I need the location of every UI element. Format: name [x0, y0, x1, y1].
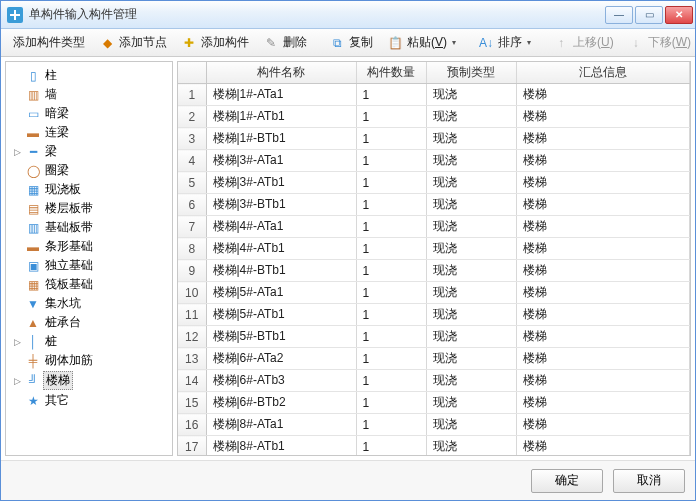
expander-icon[interactable]	[12, 260, 23, 271]
tree-item[interactable]: ★其它	[6, 391, 172, 410]
cell-name[interactable]: 楼梯|3#-ATb1	[206, 172, 356, 194]
tree-item[interactable]: ▭暗梁	[6, 104, 172, 123]
col-summary[interactable]: 汇总信息	[516, 62, 690, 84]
cell-name[interactable]: 楼梯|1#-ATb1	[206, 106, 356, 128]
cell-type[interactable]: 现浇	[426, 216, 516, 238]
cell-summary[interactable]: 楼梯	[516, 216, 690, 238]
cell-name[interactable]: 楼梯|3#-BTb1	[206, 194, 356, 216]
expander-icon[interactable]	[12, 70, 23, 81]
tree-item[interactable]: ▤楼层板带	[6, 199, 172, 218]
expander-icon[interactable]: ▷	[12, 146, 23, 157]
table-pane[interactable]: 构件名称 构件数量 预制类型 汇总信息 1楼梯|1#-ATa11现浇楼梯2楼梯|…	[177, 61, 691, 456]
tree-pane[interactable]: ▯柱▥墙▭暗梁▬连梁▷━梁◯圈梁▦现浇板▤楼层板带▥基础板带▬条形基础▣独立基础…	[5, 61, 173, 456]
cell-summary[interactable]: 楼梯	[516, 238, 690, 260]
expander-icon[interactable]: ▷	[12, 336, 23, 347]
tree-item[interactable]: ▬连梁	[6, 123, 172, 142]
expander-icon[interactable]	[12, 279, 23, 290]
cell-qty[interactable]: 1	[356, 260, 426, 282]
cell-summary[interactable]: 楼梯	[516, 282, 690, 304]
cell-name[interactable]: 楼梯|5#-BTb1	[206, 326, 356, 348]
table-row[interactable]: 5楼梯|3#-ATb11现浇楼梯	[178, 172, 690, 194]
maximize-button[interactable]: ▭	[635, 6, 663, 24]
expander-icon[interactable]	[12, 127, 23, 138]
move-down-button[interactable]: ↓ 下移(W)	[622, 31, 696, 54]
add-node-button[interactable]: ◆ 添加节点	[93, 31, 173, 54]
cell-qty[interactable]: 1	[356, 238, 426, 260]
cell-name[interactable]: 楼梯|5#-ATb1	[206, 304, 356, 326]
tree-item[interactable]: ╪砌体加筋	[6, 351, 172, 370]
paste-button[interactable]: 📋 粘贴(V) ▾	[381, 31, 462, 54]
expander-icon[interactable]: ▷	[12, 375, 23, 386]
cell-type[interactable]: 现浇	[426, 304, 516, 326]
cell-summary[interactable]: 楼梯	[516, 150, 690, 172]
cell-name[interactable]: 楼梯|5#-ATa1	[206, 282, 356, 304]
cell-summary[interactable]: 楼梯	[516, 106, 690, 128]
cell-type[interactable]: 现浇	[426, 238, 516, 260]
expander-icon[interactable]	[12, 241, 23, 252]
tree-item[interactable]: ▬条形基础	[6, 237, 172, 256]
tree-item[interactable]: ▷│桩	[6, 332, 172, 351]
table-row[interactable]: 11楼梯|5#-ATb11现浇楼梯	[178, 304, 690, 326]
cell-type[interactable]: 现浇	[426, 260, 516, 282]
cell-type[interactable]: 现浇	[426, 194, 516, 216]
cell-name[interactable]: 楼梯|4#-BTb1	[206, 260, 356, 282]
cell-qty[interactable]: 1	[356, 106, 426, 128]
cell-name[interactable]: 楼梯|4#-ATa1	[206, 216, 356, 238]
expander-icon[interactable]	[12, 165, 23, 176]
expander-icon[interactable]	[12, 89, 23, 100]
cell-qty[interactable]: 1	[356, 436, 426, 457]
table-row[interactable]: 9楼梯|4#-BTb11现浇楼梯	[178, 260, 690, 282]
cell-qty[interactable]: 1	[356, 172, 426, 194]
cell-name[interactable]: 楼梯|1#-ATa1	[206, 84, 356, 106]
cell-type[interactable]: 现浇	[426, 436, 516, 457]
cell-summary[interactable]: 楼梯	[516, 260, 690, 282]
table-row[interactable]: 4楼梯|3#-ATa11现浇楼梯	[178, 150, 690, 172]
expander-icon[interactable]	[12, 108, 23, 119]
cell-type[interactable]: 现浇	[426, 172, 516, 194]
add-component-button[interactable]: ✚ 添加构件	[175, 31, 255, 54]
cell-qty[interactable]: 1	[356, 414, 426, 436]
cell-type[interactable]: 现浇	[426, 348, 516, 370]
cell-qty[interactable]: 1	[356, 150, 426, 172]
cell-summary[interactable]: 楼梯	[516, 84, 690, 106]
tree-item[interactable]: ▷╝楼梯	[6, 370, 172, 391]
add-type-button[interactable]: 添加构件类型	[7, 31, 91, 54]
cell-qty[interactable]: 1	[356, 304, 426, 326]
table-row[interactable]: 16楼梯|8#-ATa11现浇楼梯	[178, 414, 690, 436]
tree-item[interactable]: ▦筏板基础	[6, 275, 172, 294]
cell-summary[interactable]: 楼梯	[516, 194, 690, 216]
tree-item[interactable]: ▲桩承台	[6, 313, 172, 332]
cell-qty[interactable]: 1	[356, 326, 426, 348]
table-row[interactable]: 6楼梯|3#-BTb11现浇楼梯	[178, 194, 690, 216]
cell-summary[interactable]: 楼梯	[516, 436, 690, 457]
expander-icon[interactable]	[12, 298, 23, 309]
move-up-button[interactable]: ↑ 上移(U)	[547, 31, 620, 54]
expander-icon[interactable]	[12, 355, 23, 366]
close-button[interactable]: ✕	[665, 6, 693, 24]
expander-icon[interactable]	[12, 395, 23, 406]
tree-item[interactable]: ▣独立基础	[6, 256, 172, 275]
cell-type[interactable]: 现浇	[426, 106, 516, 128]
cell-type[interactable]: 现浇	[426, 128, 516, 150]
table-row[interactable]: 3楼梯|1#-BTb11现浇楼梯	[178, 128, 690, 150]
cell-summary[interactable]: 楼梯	[516, 392, 690, 414]
expander-icon[interactable]	[12, 222, 23, 233]
col-qty[interactable]: 构件数量	[356, 62, 426, 84]
tree-item[interactable]: ▥基础板带	[6, 218, 172, 237]
table-row[interactable]: 15楼梯|6#-BTb21现浇楼梯	[178, 392, 690, 414]
cell-qty[interactable]: 1	[356, 282, 426, 304]
cell-qty[interactable]: 1	[356, 370, 426, 392]
cell-qty[interactable]: 1	[356, 348, 426, 370]
cell-summary[interactable]: 楼梯	[516, 172, 690, 194]
tree-item[interactable]: ◯圈梁	[6, 161, 172, 180]
minimize-button[interactable]: —	[605, 6, 633, 24]
cell-name[interactable]: 楼梯|4#-ATb1	[206, 238, 356, 260]
tree-item[interactable]: ▦现浇板	[6, 180, 172, 199]
cell-name[interactable]: 楼梯|6#-ATa2	[206, 348, 356, 370]
tree-item[interactable]: ▷━梁	[6, 142, 172, 161]
cell-qty[interactable]: 1	[356, 216, 426, 238]
cell-summary[interactable]: 楼梯	[516, 128, 690, 150]
tree-item[interactable]: ▥墙	[6, 85, 172, 104]
cell-qty[interactable]: 1	[356, 392, 426, 414]
expander-icon[interactable]	[12, 184, 23, 195]
